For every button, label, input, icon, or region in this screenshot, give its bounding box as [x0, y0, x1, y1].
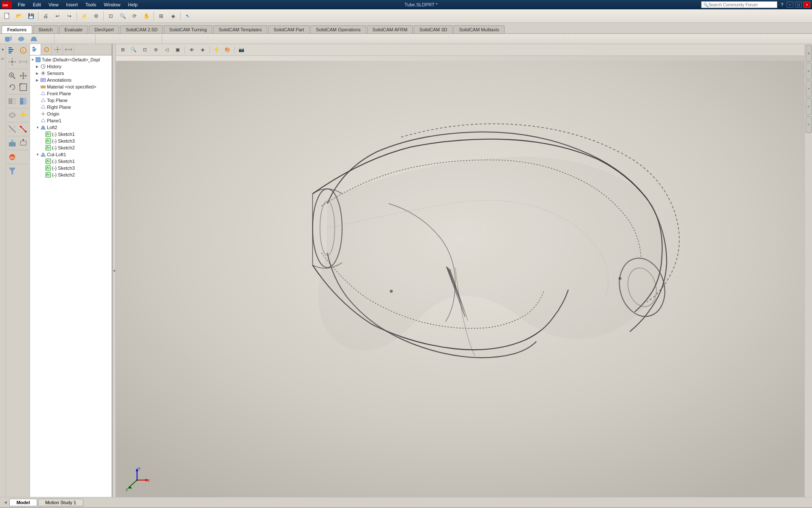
tab-sketch[interactable]: Sketch: [33, 25, 58, 33]
rotate-view-btn[interactable]: [7, 82, 18, 93]
tree-item-material[interactable]: ▶ Material <not specified>: [30, 83, 112, 90]
dim-manager-btn[interactable]: [18, 56, 29, 67]
tree-item-loft2-sketch3[interactable]: ▶ (-) Sketch3: [30, 138, 112, 144]
tree-item-sensors[interactable]: ▶ Sensors: [30, 70, 112, 77]
redo-button[interactable]: ↪: [64, 11, 75, 22]
hide-show[interactable]: 👁: [187, 45, 197, 55]
tab-evaluate[interactable]: Evaluate: [59, 25, 88, 33]
tab-solidcam-3d[interactable]: SolidCAM 3D: [414, 25, 453, 33]
tab-solidcam-templates[interactable]: SolidCAM Templates: [213, 25, 267, 33]
select-filter-btn[interactable]: [7, 166, 18, 177]
close-button[interactable]: ×: [804, 2, 810, 8]
zoom-fit-button[interactable]: ⊡: [105, 11, 116, 22]
tree-item-loft2-sketch1[interactable]: ▶ (-) Sketch1: [30, 131, 112, 138]
tab-motion-study[interactable]: Motion Study 1: [38, 499, 83, 506]
menu-window[interactable]: Window: [101, 2, 124, 8]
revolved-boss-btn[interactable]: [15, 35, 27, 43]
tree-tab-property-manager[interactable]: i: [41, 44, 52, 55]
print-button[interactable]: 🖨: [40, 11, 51, 22]
cut-loft-btn[interactable]: [82, 35, 93, 43]
design-library-btn[interactable]: D: [806, 63, 812, 80]
search-btn[interactable]: S: [806, 98, 812, 115]
zoom-fit-vp-btn[interactable]: [18, 82, 29, 93]
tab-features[interactable]: Features: [2, 25, 32, 33]
select-filter[interactable]: ▼: [0, 45, 5, 54]
open-button[interactable]: 📂: [14, 11, 25, 22]
menu-edit[interactable]: Edit: [30, 2, 44, 8]
view-orientation[interactable]: ⊞: [156, 11, 167, 22]
tab-solidcam-operations[interactable]: SolidCAM Operations: [310, 25, 366, 33]
extrude-btn[interactable]: [3, 35, 14, 43]
tree-item-annotations[interactable]: ▶ Annotations: [30, 77, 112, 83]
chamfer-btn[interactable]: [110, 35, 122, 43]
display-style[interactable]: ◈: [167, 11, 178, 22]
restore-button[interactable]: □: [795, 2, 802, 8]
view-orient-btn2[interactable]: [18, 96, 29, 107]
display-style-vp[interactable]: ◈: [198, 45, 208, 55]
tab-solidcam-turning[interactable]: SolidCAM Turning: [164, 25, 212, 33]
viewport[interactable]: ⊞ 🔍 ⊡ ⊛ ◁ ▣ 👁 ◈ 🎨 📷: [116, 44, 804, 497]
tree-item-cutloft1[interactable]: ▼ Cut-Loft1: [30, 151, 112, 158]
tree-item-top-plane[interactable]: ▶ Top Plane: [30, 97, 112, 104]
minimize-button[interactable]: −: [787, 2, 793, 8]
tab-dimxpert[interactable]: DimXpert: [89, 25, 119, 33]
3d-tube-view[interactable]: [116, 56, 804, 497]
tree-item-loft2-sketch2[interactable]: ▶ (-) Sketch2: [30, 144, 112, 151]
options-button[interactable]: ⚙: [91, 11, 102, 22]
panel-collapse-handle[interactable]: [112, 44, 116, 497]
tree-tab-dim-manager[interactable]: [63, 44, 74, 55]
display-type-btn[interactable]: [7, 110, 18, 121]
ref-axis-btn[interactable]: [176, 35, 188, 43]
tab-solidcam-afrm[interactable]: SolidCAM AFRM: [367, 25, 413, 33]
tree-item-plane1[interactable]: ▶ Plane1: [30, 117, 112, 124]
rib-btn[interactable]: [148, 35, 160, 43]
shell-btn[interactable]: [123, 35, 134, 43]
select-button[interactable]: ↖: [182, 11, 193, 22]
fillet-btn[interactable]: [97, 35, 109, 43]
save-button[interactable]: 💾: [25, 11, 36, 22]
sketch-tool[interactable]: ✏: [0, 54, 5, 64]
menu-insert[interactable]: Insert: [63, 2, 81, 8]
pan-btn[interactable]: [18, 70, 29, 81]
rotate-button[interactable]: ⟳: [129, 11, 140, 22]
smart-dim-btn[interactable]: [18, 124, 29, 135]
pan-button[interactable]: ✋: [141, 11, 152, 22]
tree-item-loft2[interactable]: ▼ Loft2: [30, 124, 112, 131]
tree-item-origin[interactable]: ▶ Origin: [30, 110, 112, 117]
section-view-btn[interactable]: [7, 96, 18, 107]
cut-revolve-btn[interactable]: [69, 35, 81, 43]
tree-item-cutloft1-sketch3[interactable]: ▶ (-) Sketch3: [30, 165, 112, 171]
solidcam-btn[interactable]: SC: [7, 152, 18, 163]
cut-extrude-btn[interactable]: [56, 35, 68, 43]
menu-view[interactable]: View: [45, 2, 62, 8]
zoom-in-button[interactable]: 🔍: [117, 11, 128, 22]
resources-btn[interactable]: R: [806, 45, 812, 62]
lighting-vp[interactable]: [211, 45, 222, 55]
tree-item-front-plane[interactable]: ▶ Front Plane: [30, 90, 112, 97]
sweep-btn[interactable]: [41, 35, 52, 43]
draft-btn[interactable]: [135, 35, 147, 43]
tree-item-cutloft1-sketch1[interactable]: ▶ (-) Sketch1: [30, 158, 112, 165]
help-btn[interactable]: ?: [779, 2, 785, 7]
search-box[interactable]: 🔍: [701, 1, 777, 8]
tree-root[interactable]: ▼ Tube (Default<<Default>_Displ: [30, 56, 112, 63]
loft-boss-btn[interactable]: [28, 35, 40, 43]
tree-item-history[interactable]: ▶ History: [30, 63, 112, 70]
menu-tools[interactable]: Tools: [82, 2, 100, 8]
ref-plane-btn[interactable]: [164, 35, 176, 43]
tree-item-right-plane[interactable]: ▶ Right Plane: [30, 104, 112, 110]
prev-view[interactable]: ◁: [162, 45, 172, 55]
move-face-btn[interactable]: [18, 138, 29, 149]
view-selector[interactable]: ⊞: [118, 45, 128, 55]
rebuild-button[interactable]: ⚡: [79, 11, 90, 22]
zoom-box[interactable]: ⊡: [140, 45, 150, 55]
tree-item-cutloft1-sketch2[interactable]: ▶ (-) Sketch2: [30, 171, 112, 178]
sketch-fillet-btn[interactable]: [7, 124, 18, 135]
section-view-vp[interactable]: ▣: [173, 45, 183, 55]
menu-file[interactable]: File: [14, 2, 29, 8]
tab-solidcam-multiaxis[interactable]: SolidCAM Multiaxis: [453, 25, 505, 33]
zoom-area-btn[interactable]: [7, 70, 18, 81]
tree-tab-config-manager[interactable]: [52, 44, 63, 55]
ext-feature-btn[interactable]: [7, 138, 18, 149]
new-button[interactable]: [2, 11, 13, 22]
